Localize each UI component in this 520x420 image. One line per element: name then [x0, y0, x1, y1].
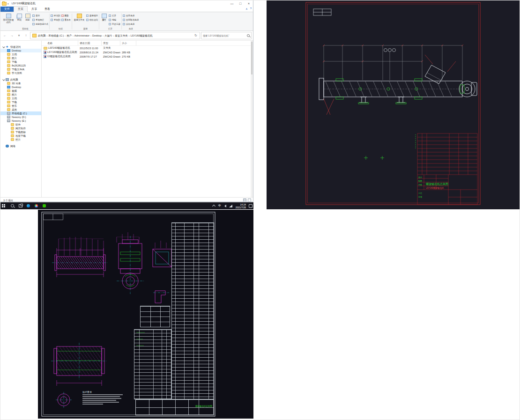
sidebar-item-desktop[interactable]: Desktop — [0, 49, 41, 52]
chevron-down-icon[interactable] — [2, 46, 6, 48]
sidebar-item-network[interactable]: 网络 — [0, 144, 41, 148]
qat-chevron-icon[interactable]: ▾ — [7, 2, 9, 5]
back-button[interactable]: ← — [2, 32, 8, 39]
select-none-button[interactable]: 全部取消选择 — [123, 18, 139, 22]
sidebar-item-desktop[interactable]: Desktop — [0, 85, 41, 89]
recent-locations-button[interactable]: ▾ — [16, 32, 22, 39]
close-button[interactable]: × — [245, 0, 253, 7]
table-row[interactable]: LSY160螺旋输送机总装图 2008/8/16 21:24 ZWCAD Dra… — [42, 50, 253, 54]
sidebar-section-quick-access[interactable]: ★ 快速访问 — [0, 45, 41, 49]
invert-selection-button[interactable]: 反向选择 — [123, 22, 139, 26]
sidebar-item-music[interactable]: 音乐 — [0, 104, 41, 108]
properties-button[interactable]: 属性 — [100, 13, 108, 21]
tab-share[interactable]: 共享 — [28, 7, 41, 12]
sidebar-item-local-disk-c[interactable]: 本地磁盘 (C:) — [0, 111, 41, 115]
move-to-button[interactable]: 移动到 — [51, 14, 60, 17]
sidebar-item-downloads[interactable]: 下载 — [0, 60, 41, 64]
chevron-down-icon[interactable] — [2, 79, 6, 81]
task-view-button[interactable] — [16, 202, 24, 209]
history-button[interactable]: 历史记录 — [109, 22, 120, 26]
start-button[interactable] — [0, 202, 8, 209]
breadcrumb-segment[interactable]: 用户 — [66, 34, 72, 37]
sidebar-item-pinned-folder[interactable]: 下载文件夹 — [0, 67, 41, 71]
sidebar-item-pictures[interactable]: 图片 — [0, 56, 41, 60]
column-header-type[interactable]: 类型 — [102, 41, 120, 45]
maximize-button[interactable]: □ — [236, 0, 245, 7]
tab-view[interactable]: 查看 — [41, 7, 54, 12]
breadcrumb-segment[interactable]: Desktop — [92, 34, 102, 37]
sidebar-item-drive-subfolder[interactable]: 网页制作 — [0, 126, 41, 130]
open-button[interactable]: 打开 — [109, 14, 120, 17]
edit-button[interactable]: 编辑 — [109, 18, 120, 22]
breadcrumb-segment[interactable]: 此电脑 — [37, 34, 46, 37]
paste-button[interactable]: 粘贴 — [24, 13, 31, 21]
network-button[interactable] — [228, 202, 234, 209]
table-row[interactable]: LSF160螺旋输送机 2012/5/23 11:00 文件夹 — [42, 46, 253, 50]
sidebar-item-pictures[interactable]: 图片 — [0, 93, 41, 96]
sidebar-item-drive-d[interactable]: Newony (D:) — [0, 115, 41, 119]
copy-path-button[interactable]: 复制路径 — [32, 18, 48, 22]
sidebar-item-drive-subfolder[interactable]: 迅雷下载 — [0, 134, 41, 138]
file-name: LSY160螺旋输送机总装图 — [47, 51, 77, 54]
paste-shortcut-button[interactable]: 粘贴快捷方式 — [32, 22, 48, 26]
sidebar-item-pinned-folder[interactable]: 学习资料 — [0, 71, 41, 75]
edge-app-button[interactable] — [24, 202, 32, 209]
copy-path-icon — [32, 19, 35, 21]
copy-button[interactable]: 复制 — [15, 13, 23, 21]
sidebar-item-3d-objects[interactable]: 3D 对象 — [0, 81, 41, 85]
new-folder-button[interactable]: 新建文件夹 — [73, 13, 85, 21]
title-bar[interactable]: ▾ LSY160螺旋输送机 — □ × — [0, 0, 253, 7]
tab-file[interactable]: 文件 — [0, 7, 14, 12]
tab-home[interactable]: 主页 — [14, 6, 28, 12]
sidebar-item-videos[interactable]: 视频 — [0, 89, 41, 93]
new-item-button[interactable]: 新建项目 — [86, 14, 98, 17]
taskbar-clock[interactable]: 14:24 2021/7/26 — [234, 203, 248, 209]
breadcrumb-segment[interactable]: 泰室文件夹 — [114, 34, 128, 37]
sidebar-section-this-pc[interactable]: 此电脑 — [0, 78, 41, 81]
column-header-name[interactable]: 名称 — [42, 41, 78, 45]
cut-button[interactable]: 剪切 — [32, 14, 48, 17]
column-header-size[interactable]: 大小 — [120, 41, 136, 45]
hidden-icons-button[interactable] — [211, 202, 217, 209]
sidebar-item-drive-e[interactable]: Newony (E:) — [0, 119, 41, 123]
sidebar-item-pinned-folder[interactable]: 8s26281125 — [0, 64, 41, 67]
up-button[interactable]: ↑ — [23, 32, 29, 39]
ime-indicator[interactable]: 中 — [217, 202, 223, 209]
volume-button[interactable] — [223, 202, 228, 209]
column-header-date[interactable]: 修改日期 — [78, 41, 102, 45]
collapse-ribbon-icon[interactable]: ∧ — [245, 7, 247, 10]
sidebar-item-documents[interactable]: 文档 — [0, 52, 41, 56]
thumbnail-view-button[interactable] — [248, 199, 251, 202]
breadcrumb-segment[interactable]: Administrator — [74, 34, 90, 37]
pin-to-quick-access-button[interactable]: 固定到快速访问 — [2, 13, 15, 23]
details-view-button[interactable] — [243, 199, 246, 202]
notification-center-button[interactable] — [248, 202, 253, 209]
sidebar-item-desktop-folder[interactable]: 桌面 — [0, 108, 41, 111]
breadcrumb[interactable]: 此电脑 › 本地磁盘 (C:) › 用户 › Administrator › D… — [30, 32, 200, 39]
delete-button[interactable]: 删除 — [61, 14, 71, 17]
table-row[interactable]: 印螺旋输送机总装图 2008/7/9 17:27 ZWCAD Drawing 2… — [42, 54, 253, 59]
breadcrumb-segment[interactable]: 本地磁盘 (C:) — [48, 34, 64, 37]
forward-button[interactable]: → — [9, 32, 15, 39]
scrollbar[interactable] — [251, 41, 253, 197]
select-all-icon — [123, 15, 125, 17]
minimize-button[interactable]: — — [228, 0, 236, 7]
rename-button[interactable]: 重命名 — [61, 18, 71, 22]
scrollbar-thumb[interactable] — [251, 42, 253, 74]
sidebar-item-documents[interactable]: 文档 — [0, 96, 41, 100]
breadcrumb-segment[interactable]: LSY160螺旋输送机 — [130, 34, 153, 37]
refresh-icon[interactable]: ↻ — [193, 34, 199, 37]
chrome-app-button[interactable] — [32, 202, 40, 209]
breadcrumb-segment[interactable]: 大漏斗 — [104, 34, 113, 37]
copy-to-button[interactable]: 复制到 — [51, 18, 60, 22]
help-icon[interactable]: ? — [250, 7, 252, 10]
select-all-button[interactable]: 全部选择 — [123, 14, 139, 17]
search-input[interactable] — [201, 32, 251, 39]
sidebar-item-drive-subfolder[interactable]: 下载图标 — [0, 130, 41, 134]
wechat-app-button[interactable] — [40, 202, 48, 209]
sidebar-item-drive-subfolder[interactable]: 照片 — [0, 138, 41, 141]
sidebar-item-downloads[interactable]: 下载 — [0, 100, 41, 104]
easy-access-button[interactable]: 轻松访问 — [86, 18, 98, 22]
search-button[interactable] — [8, 202, 16, 209]
sidebar-item-drive-subfolder[interactable]: 软件 — [0, 123, 41, 126]
